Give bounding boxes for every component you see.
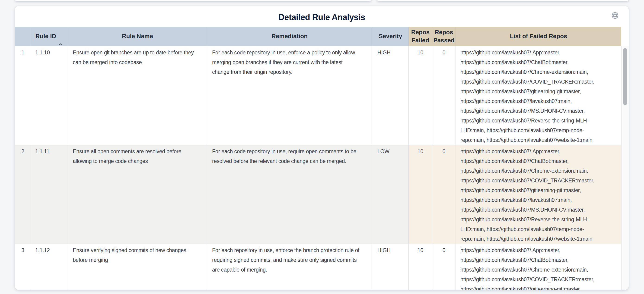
repos-failed-cell: 10 bbox=[409, 46, 432, 145]
globe-icon[interactable] bbox=[611, 11, 619, 19]
header-repos-passed[interactable]: Repos Passed bbox=[432, 27, 456, 46]
failed-repos-list-cell: https://github.com/lavakush07/.App:maste… bbox=[456, 244, 621, 290]
header-severity[interactable]: Severity bbox=[372, 27, 409, 46]
table-header-row: Rule ID Rule Name Remediation Severity R… bbox=[15, 27, 621, 46]
failed-repos-list-cell: https://github.com/lavakush07/.App:maste… bbox=[456, 145, 621, 244]
rule-analysis-table: Rule ID Rule Name Remediation Severity R… bbox=[15, 27, 621, 290]
rule-name-cell: Ensure all open comments are resolved be… bbox=[68, 145, 207, 244]
header-rule-id[interactable]: Rule ID bbox=[31, 27, 68, 46]
row-index: 3 bbox=[15, 244, 31, 290]
repos-failed-cell: 10 bbox=[409, 145, 432, 244]
header-remediation[interactable]: Remediation bbox=[207, 27, 372, 46]
failed-repos-list-cell: https://github.com/lavakush07/.App:maste… bbox=[456, 46, 621, 145]
severity-cell: HIGH bbox=[372, 244, 409, 290]
severity-cell: LOW bbox=[372, 145, 409, 244]
rule-name-cell: Ensure verifying signed commits of new c… bbox=[68, 244, 207, 290]
header-rule-id-label: Rule ID bbox=[36, 32, 56, 40]
header-list-of-failed-repos[interactable]: List of Failed Repos bbox=[456, 27, 621, 46]
repos-passed-cell: 0 bbox=[432, 244, 456, 290]
severity-cell: HIGH bbox=[372, 46, 409, 145]
remediation-cell: For each code repository in use, require… bbox=[207, 145, 372, 244]
repos-passed-cell: 0 bbox=[432, 145, 456, 244]
rule-id-cell: 1.1.12 bbox=[31, 244, 68, 290]
sort-ascending-chevron-icon bbox=[58, 33, 64, 39]
repos-passed-cell: 0 bbox=[432, 46, 456, 145]
upper-card-right-edge bbox=[377, 0, 629, 1]
remediation-cell: For each repository in use, enforce the … bbox=[207, 244, 372, 290]
upper-card-left-edge bbox=[15, 0, 372, 1]
table-row: 1 1.1.10 Ensure open git branches are up… bbox=[15, 46, 621, 145]
header-index bbox=[15, 27, 31, 46]
page-title: Detailed Rule Analysis bbox=[15, 12, 629, 22]
row-index: 1 bbox=[15, 46, 31, 145]
header-rule-name[interactable]: Rule Name bbox=[68, 27, 207, 46]
table-row: 3 1.1.12 Ensure verifying signed commits… bbox=[15, 244, 621, 290]
repos-failed-cell: 10 bbox=[409, 244, 432, 290]
table-row: 2 1.1.11 Ensure all open comments are re… bbox=[15, 145, 621, 244]
rule-id-cell: 1.1.10 bbox=[31, 46, 68, 145]
header-repos-failed[interactable]: Repos Failed bbox=[409, 27, 432, 46]
remediation-cell: For each code repository in use, enforce… bbox=[207, 46, 372, 145]
rule-id-cell: 1.1.11 bbox=[31, 145, 68, 244]
table-scrollbar-track[interactable] bbox=[621, 46, 629, 290]
table-scrollbar-thumb[interactable] bbox=[623, 48, 627, 105]
row-index: 2 bbox=[15, 145, 31, 244]
rule-name-cell: Ensure open git branches are up to date … bbox=[68, 46, 207, 145]
detailed-rule-analysis-card: Detailed Rule Analysis Rule ID Rule Name… bbox=[15, 6, 629, 290]
